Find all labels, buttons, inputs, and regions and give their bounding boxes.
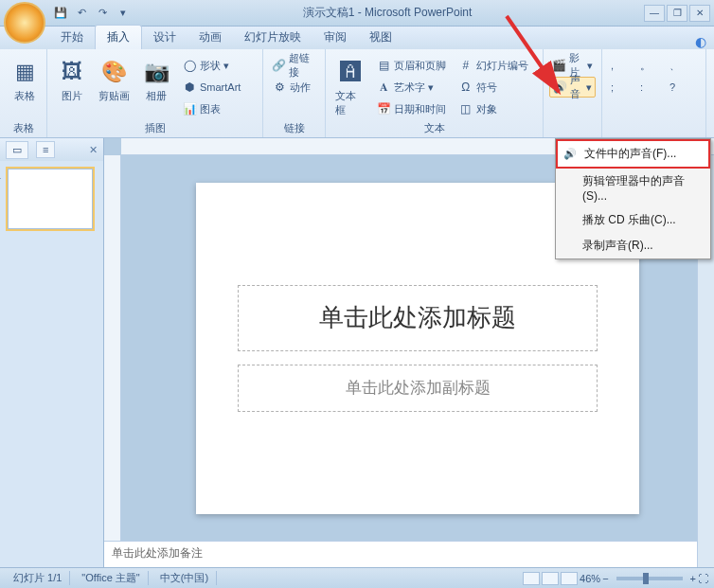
tab-animations[interactable]: 动画 (187, 26, 233, 49)
movie-icon: 🎬 (552, 58, 566, 73)
smartart-icon: ⬢ (182, 80, 197, 95)
wordart-icon: 𝐀 (376, 80, 391, 95)
punct-semicolon[interactable]: ; (608, 77, 636, 98)
group-tables-label: 表格 (6, 120, 41, 135)
object-icon: ◫ (458, 101, 473, 116)
zoom-slider[interactable] (616, 577, 683, 580)
group-illust-label: 插图 (53, 120, 257, 135)
slidenumber-button[interactable]: #幻灯片编号 (455, 55, 537, 76)
group-marks-label (608, 120, 700, 135)
status-language[interactable]: 中文(中国) (152, 571, 217, 585)
sound-dropdown-menu: 🔊文件中的声音(F)... 剪辑管理器中的声音(S)... 播放 CD 乐曲(C… (555, 138, 711, 259)
office-button[interactable] (4, 2, 45, 44)
datetime-button[interactable]: 📅日期和时间 (373, 98, 451, 119)
textbox-button[interactable]: 🅰文本框 (331, 55, 369, 119)
punct-comma[interactable]: , (608, 55, 636, 76)
quick-access-toolbar: 💾 ↶ ↷ ▾ (53, 6, 131, 21)
status-theme: "Office 主题" (74, 571, 148, 585)
qat-dropdown-icon[interactable]: ▾ (116, 6, 131, 21)
close-panel-icon[interactable]: ✕ (89, 144, 98, 156)
vertical-ruler (104, 155, 121, 541)
minimize-button[interactable]: — (644, 5, 665, 22)
slides-thumbnails-tab[interactable]: ▭ (6, 141, 28, 159)
view-sorter-button[interactable] (542, 572, 559, 585)
zoom-out-button[interactable]: − (602, 573, 608, 584)
zoom-in-button[interactable]: + (690, 573, 696, 584)
zoom-slider-thumb[interactable] (643, 573, 649, 584)
slidenum-icon: # (458, 58, 473, 73)
subtitle-placeholder[interactable]: 单击此处添加副标题 (238, 365, 598, 412)
chart-icon: 📊 (182, 101, 197, 116)
hyperlink-button[interactable]: 🔗超链接 (269, 55, 319, 76)
table-icon: ▦ (9, 57, 40, 87)
sound-button[interactable]: 🔊声音 ▾ (549, 77, 596, 98)
clipart-icon: 🎨 (99, 57, 130, 87)
tab-slideshow[interactable]: 幻灯片放映 (233, 26, 312, 49)
title-placeholder[interactable]: 单击此处添加标题 (238, 285, 598, 351)
notes-pane[interactable]: 单击此处添加备注 (104, 541, 697, 567)
view-normal-button[interactable] (523, 572, 540, 585)
punct-colon[interactable]: : (637, 77, 666, 98)
album-icon: 📷 (141, 57, 171, 87)
status-slide-count: 幻灯片 1/1 (6, 571, 70, 585)
wordart-button[interactable]: 𝐀艺术字 ▾ (373, 77, 451, 98)
picture-button[interactable]: 🖼图片 (53, 55, 91, 105)
chart-button[interactable]: 📊图表 (179, 98, 243, 119)
group-text-label: 文本 (331, 120, 537, 135)
tab-design[interactable]: 设计 (142, 26, 187, 49)
tab-view[interactable]: 视图 (358, 26, 403, 49)
save-icon[interactable]: 💾 (53, 6, 68, 21)
tab-review[interactable]: 审阅 (312, 26, 358, 49)
punct-period[interactable]: 。 (637, 55, 666, 76)
status-bar: 幻灯片 1/1 "Office 主题" 中文(中国) 46% − + ⛶ (0, 567, 714, 588)
clipart-button[interactable]: 🎨剪贴画 (95, 55, 134, 105)
close-button[interactable]: ✕ (689, 5, 710, 22)
symbol-button[interactable]: Ω符号 (455, 77, 537, 98)
view-slideshow-button[interactable] (561, 572, 578, 585)
help-icon[interactable]: ◐ (695, 34, 706, 49)
album-button[interactable]: 📷相册 (137, 55, 175, 105)
header-icon: ▤ (376, 58, 391, 73)
fit-window-button[interactable]: ⛶ (698, 573, 708, 584)
window-title: 演示文稿1 - Microsoft PowerPoint (131, 5, 644, 21)
textbox-icon: 🅰 (335, 57, 366, 87)
menu-sound-from-clip[interactable]: 剪辑管理器中的声音(S)... (556, 169, 710, 207)
action-icon: ⚙ (272, 80, 287, 95)
sound-icon: 🔊 (553, 80, 567, 95)
slide-thumbnail-1[interactable]: 1 (8, 169, 93, 229)
date-icon: 📅 (376, 101, 391, 116)
menu-record-sound[interactable]: 录制声音(R)... (556, 233, 710, 258)
smartart-button[interactable]: ⬢SmartArt (179, 77, 243, 98)
picture-icon: 🖼 (57, 57, 87, 87)
punct-dunhao[interactable]: 、 (667, 55, 695, 76)
title-bar: 💾 ↶ ↷ ▾ 演示文稿1 - Microsoft PowerPoint — ❐… (0, 0, 714, 27)
shapes-icon: ◯ (182, 58, 197, 73)
punct-question[interactable]: ? (667, 77, 695, 98)
restore-button[interactable]: ❐ (667, 5, 687, 22)
slides-panel: ▭ ≡ ✕ 1 (0, 138, 104, 567)
slide-number: 1 (0, 169, 1, 181)
ribbon-tabs: 开始 插入 设计 动画 幻灯片放映 审阅 视图 ◐ (0, 27, 714, 49)
header-footer-button[interactable]: ▤页眉和页脚 (373, 55, 451, 76)
tab-home[interactable]: 开始 (49, 26, 95, 49)
sound-file-icon: 🔊 (562, 146, 578, 161)
menu-sound-from-file[interactable]: 🔊文件中的声音(F)... (556, 139, 710, 169)
redo-icon[interactable]: ↷ (95, 6, 110, 21)
shapes-button[interactable]: ◯形状 ▾ (179, 55, 243, 76)
hyperlink-icon: 🔗 (272, 58, 286, 73)
table-label: 表格 (14, 89, 35, 103)
ribbon: ▦ 表格 表格 🖼图片 🎨剪贴画 📷相册 ◯形状 ▾ ⬢SmartArt 📊图表… (0, 49, 714, 138)
undo-icon[interactable]: ↶ (74, 6, 89, 21)
menu-play-cd[interactable]: 播放 CD 乐曲(C)... (556, 207, 710, 233)
symbol-icon: Ω (458, 80, 473, 95)
slides-outline-tab[interactable]: ≡ (36, 141, 55, 158)
group-media-label (549, 120, 596, 135)
tab-insert[interactable]: 插入 (95, 25, 142, 49)
action-button[interactable]: ⚙动作 (269, 77, 319, 98)
zoom-level[interactable]: 46% (580, 573, 600, 584)
table-button[interactable]: ▦ 表格 (6, 55, 44, 105)
group-links-label: 链接 (269, 120, 319, 135)
object-button[interactable]: ◫对象 (455, 98, 537, 119)
